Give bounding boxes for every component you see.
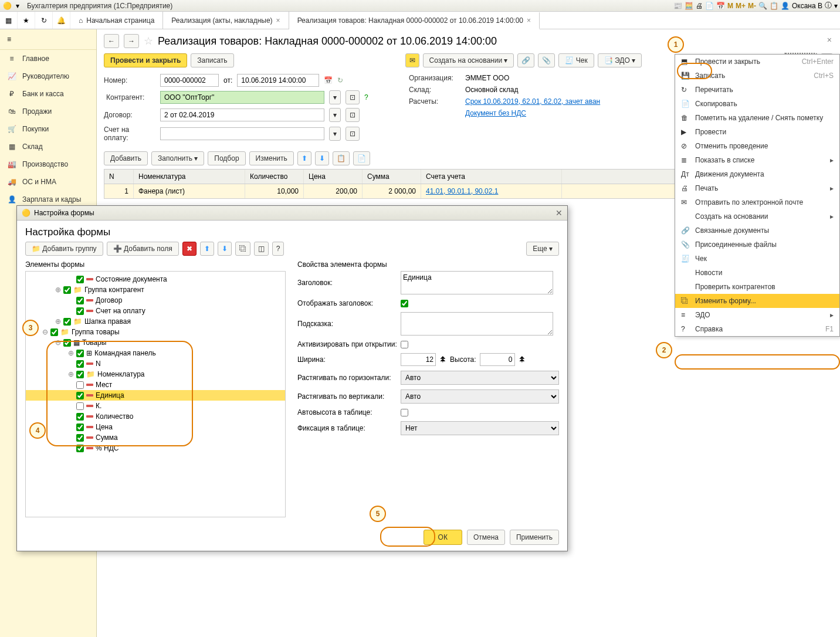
- help-icon[interactable]: ?: [364, 93, 368, 101]
- menu-item[interactable]: ≣Показать в списке▸: [675, 153, 839, 167]
- date-field[interactable]: [237, 74, 319, 87]
- number-field[interactable]: [160, 74, 219, 87]
- close-icon[interactable]: ✕: [556, 208, 563, 218]
- bell-icon[interactable]: 🔔: [53, 12, 70, 29]
- tool-icon[interactable]: 📄: [705, 2, 714, 10]
- calc-link[interactable]: Срок 10.06.2019, 62.01, 62.02, зачет ава…: [465, 97, 600, 106]
- close-icon[interactable]: ×: [276, 16, 280, 25]
- menu-item[interactable]: ДтДвижения документа: [675, 167, 839, 181]
- down-icon[interactable]: ⬇: [218, 242, 232, 256]
- menu-item[interactable]: 📎Присоединенные файлы: [675, 238, 839, 252]
- open-icon[interactable]: ⊡: [346, 127, 360, 141]
- menu-item[interactable]: 🧾Чек: [675, 252, 839, 266]
- check-button[interactable]: 🧾 Чек: [558, 53, 594, 67]
- save-button[interactable]: Записать: [191, 53, 233, 67]
- tool-icon[interactable]: ⿻: [235, 242, 250, 256]
- create-based-button[interactable]: Создать на основании ▾: [423, 53, 514, 67]
- add-group-button[interactable]: 📁 Добавить группу: [25, 242, 103, 256]
- tree-check[interactable]: [76, 276, 84, 283]
- sidebar-item[interactable]: ▦Склад: [0, 138, 96, 155]
- cancel-button[interactable]: Отмена: [467, 530, 505, 545]
- star-icon[interactable]: ☆: [144, 35, 153, 48]
- tab-document[interactable]: Реализация товаров: Накладная 0000-00000…: [289, 12, 540, 29]
- invoice-field[interactable]: [160, 127, 324, 140]
- dropdown-icon[interactable]: ▾: [329, 127, 341, 141]
- copy-icon[interactable]: 📋: [333, 151, 350, 165]
- dropdown-icon[interactable]: ▾: [834, 2, 838, 10]
- menu-item[interactable]: 📄Скопировать: [675, 97, 839, 111]
- grid-cell[interactable]: Фанера (лист): [134, 184, 245, 198]
- tree-node[interactable]: Состояние документа: [26, 274, 285, 284]
- tree-check[interactable]: [63, 286, 71, 294]
- open-icon[interactable]: ⊡: [346, 108, 360, 122]
- menu-item[interactable]: ⊘Отменить проведение: [675, 139, 839, 153]
- m-plus-button[interactable]: M+: [736, 2, 746, 10]
- tree-check[interactable]: [63, 318, 71, 326]
- menu-item[interactable]: ↻Перечитать: [675, 83, 839, 97]
- menu-item[interactable]: ≡ЭДО▸: [675, 308, 839, 322]
- sidebar-item[interactable]: ₽Банк и касса: [0, 85, 96, 103]
- prop-height-field[interactable]: [480, 353, 515, 366]
- tool-icon[interactable]: 📰: [673, 2, 682, 10]
- tree-check[interactable]: [76, 297, 84, 304]
- prop-show-header-check[interactable]: [401, 300, 408, 307]
- prop-auto-h-check[interactable]: [401, 409, 408, 416]
- tree-node[interactable]: ⊖ 📁Группа товары: [26, 327, 285, 337]
- up-icon[interactable]: ⬆: [297, 151, 311, 165]
- vat-link[interactable]: Документ без НДС: [465, 109, 526, 117]
- apply-button[interactable]: Применить: [510, 530, 559, 545]
- menu-item[interactable]: 🔗Связанные документы: [675, 223, 839, 238]
- prop-width-field[interactable]: [401, 353, 436, 366]
- sidebar-item[interactable]: ≡Главное: [0, 50, 96, 67]
- menu-item[interactable]: Проверить контрагентов: [675, 280, 839, 294]
- grid-cell[interactable]: 200,00: [304, 184, 363, 198]
- grid-cell[interactable]: 41.01, 90.01.1, 90.02.1: [421, 184, 562, 198]
- prop-hint-field[interactable]: [401, 312, 553, 336]
- tree-node[interactable]: Договор: [26, 295, 285, 306]
- refresh-icon[interactable]: ↻: [337, 76, 343, 84]
- print-icon[interactable]: 🖨: [696, 2, 703, 10]
- change-button[interactable]: Изменить: [249, 151, 294, 165]
- prop-header-field[interactable]: Единица: [401, 271, 553, 294]
- grid-header[interactable]: Счета учета: [421, 170, 562, 184]
- close-icon[interactable]: ×: [827, 35, 832, 45]
- forward-button[interactable]: →: [124, 34, 139, 48]
- sidebar-item[interactable]: 🛍Продажи: [0, 103, 96, 120]
- m-minus-button[interactable]: M-: [748, 2, 756, 10]
- menu-item[interactable]: Создать на основании▸: [675, 209, 839, 223]
- grid-cell[interactable]: 1: [104, 184, 134, 198]
- tree-check[interactable]: [76, 307, 84, 315]
- tree-node[interactable]: ⊕ 📁Шапка правая: [26, 316, 285, 327]
- tool-icon[interactable]: 🧮: [685, 2, 693, 10]
- prop-stretch-h-select[interactable]: Авто: [401, 371, 559, 385]
- link-icon[interactable]: 🔗: [517, 53, 534, 67]
- tree-node[interactable]: ⊕ 📁Группа контрагент: [26, 284, 285, 295]
- grid-cell[interactable]: 2 000,00: [363, 184, 421, 198]
- up-icon[interactable]: ⬆: [200, 242, 214, 256]
- dropdown-icon[interactable]: ▾: [329, 108, 341, 122]
- apps-icon[interactable]: ▦: [0, 12, 18, 29]
- spinner-icon[interactable]: ⯭: [439, 355, 446, 364]
- prop-stretch-v-select[interactable]: Авто: [401, 389, 559, 404]
- tool-icon[interactable]: 🔍: [758, 2, 767, 10]
- user-name[interactable]: Оксана В: [792, 2, 822, 10]
- down-icon[interactable]: ⬇: [315, 151, 329, 165]
- add-fields-button[interactable]: ➕ Добавить поля: [107, 242, 179, 256]
- star-icon[interactable]: ★: [18, 12, 35, 29]
- tab-home[interactable]: ⌂ Начальная страница: [70, 12, 163, 29]
- close-icon[interactable]: ×: [527, 16, 531, 25]
- calendar-icon[interactable]: 📅: [324, 76, 333, 84]
- calendar-icon[interactable]: 📅: [716, 2, 725, 10]
- open-icon[interactable]: ⊡: [346, 90, 360, 104]
- dropdown-icon[interactable]: ▾: [329, 90, 341, 104]
- menu-item[interactable]: ?СправкаF1: [675, 322, 839, 336]
- select-button[interactable]: Подбор: [208, 151, 245, 165]
- contract-field[interactable]: [160, 109, 324, 121]
- help-icon[interactable]: ?: [272, 242, 284, 256]
- tree-node[interactable]: Счет на оплату: [26, 306, 285, 316]
- post-close-button[interactable]: Провести и закрыть: [104, 53, 187, 67]
- prop-fix-select[interactable]: Нет: [401, 421, 559, 435]
- expand-icon[interactable]: ⊕: [55, 286, 61, 294]
- dropdown-icon[interactable]: ▾: [13, 1, 22, 11]
- grid-header[interactable]: Количество: [245, 170, 304, 184]
